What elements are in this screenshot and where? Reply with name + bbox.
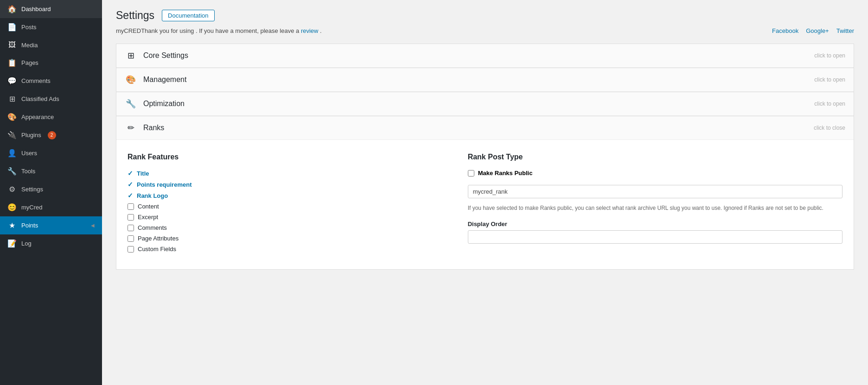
rank-feature-label-1: Points requirement (137, 181, 191, 188)
rank-feature-label-0: Title (137, 170, 149, 177)
sidebar-item-appearance[interactable]: 🎨 Appearance (0, 108, 102, 126)
posts-icon: 📄 (7, 23, 17, 32)
sidebar-item-plugins[interactable]: 🔌 Plugins 2 (0, 126, 102, 144)
sidebar-arrow: ◀ (91, 223, 95, 228)
accordion-section-optimization: 🔧 Optimization click to open (116, 92, 854, 116)
accordion-container: ⊞ Core Settings click to open 🎨 Manageme… (116, 44, 854, 270)
tagline-prefix: myCREDThank you for using . If you have … (116, 27, 299, 34)
check-mark-1: ✓ (128, 181, 133, 188)
twitter-link[interactable]: Twitter (836, 27, 854, 34)
sidebar-item-points[interactable]: ★ Points ◀ (0, 216, 102, 234)
rank-feature-item-2: ✓ Rank Logo (128, 192, 440, 199)
tagline: myCREDThank you for using . If you have … (116, 27, 854, 34)
accordion-status-core-settings: click to open (814, 52, 845, 59)
slug-input[interactable] (468, 185, 842, 198)
accordion-header-left-optimization: 🔧 Optimization (125, 99, 185, 109)
mycred-icon: 😊 (7, 203, 17, 212)
rank-feature-item-0: ✓ Title (128, 170, 440, 177)
rank-feature-checkbox-3[interactable] (128, 203, 134, 210)
sidebar-item-settings[interactable]: ⚙ Settings (0, 180, 102, 198)
settings-icon: ⚙ (7, 185, 17, 194)
rank-features-title: Rank Features (128, 153, 440, 161)
rank-feature-label-6: Page Attributes (138, 235, 179, 242)
display-order-label: Display Order (468, 221, 842, 227)
accordion-header-core-settings[interactable]: ⊞ Core Settings click to open (116, 44, 854, 68)
accordion-icon-ranks: ✏ (125, 123, 137, 133)
badge-plugins: 2 (48, 131, 56, 139)
rank-feature-label-5: Comments (138, 224, 167, 231)
points-icon: ★ (7, 221, 17, 230)
accordion-header-left-ranks: ✏ Ranks (125, 123, 164, 133)
pages-icon: 📋 (7, 58, 17, 67)
rank-features-column: Rank Features ✓ Title ✓ Points requireme… (128, 153, 440, 256)
rank-feature-item-1: ✓ Points requirement (128, 181, 440, 188)
accordion-header-optimization[interactable]: 🔧 Optimization click to open (116, 92, 854, 116)
dashboard-icon: 🏠 (7, 5, 17, 13)
classified-ads-icon: ⊞ (7, 95, 17, 103)
accordion-icon-core-settings: ⊞ (125, 50, 137, 61)
sidebar-item-media[interactable]: 🖼 Media (0, 36, 102, 54)
accordion-icon-optimization: 🔧 (125, 99, 137, 109)
rank-feature-item-5: Comments (128, 224, 440, 231)
accordion-icon-management: 🎨 (125, 75, 137, 85)
sidebar-item-comments[interactable]: 💬 Comments (0, 72, 102, 90)
slug-hint: If you have selected to make Ranks publi… (468, 204, 842, 212)
accordion-title-core-settings: Core Settings (143, 51, 188, 60)
page-title: Settings (116, 9, 154, 22)
google-plus-link[interactable]: Google+ (806, 27, 829, 34)
sidebar: 🏠 Dashboard 📄 Posts 🖼 Media 📋 Pages 💬 Co… (0, 0, 102, 385)
rank-feature-item-3: Content (128, 203, 440, 210)
rank-feature-checkbox-6[interactable] (128, 235, 134, 242)
sidebar-item-pages[interactable]: 📋 Pages (0, 54, 102, 72)
sidebar-label-mycred: myCred (21, 204, 43, 211)
accordion-section-core-settings: ⊞ Core Settings click to open (116, 44, 854, 68)
accordion-title-ranks: Ranks (143, 124, 164, 132)
facebook-link[interactable]: Facebook (772, 27, 798, 34)
documentation-button[interactable]: Documentation (162, 10, 214, 21)
accordion-title-management: Management (143, 76, 186, 84)
rank-feature-checkbox-4[interactable] (128, 214, 134, 221)
sidebar-label-tools: Tools (21, 168, 35, 175)
sidebar-label-media: Media (21, 42, 38, 49)
accordion-section-ranks: ✏ Ranks click to close Rank Features ✓ T… (116, 116, 854, 270)
accordion-status-optimization: click to open (814, 101, 845, 107)
sidebar-label-plugins: Plugins (21, 132, 41, 139)
sidebar-item-mycred[interactable]: 😊 myCred (0, 198, 102, 216)
sidebar-label-pages: Pages (21, 59, 38, 66)
accordion-title-optimization: Optimization (143, 100, 185, 108)
appearance-icon: 🎨 (7, 113, 17, 121)
rank-feature-item-7: Custom Fields (128, 246, 440, 252)
plugins-icon: 🔌 (7, 131, 17, 139)
rank-feature-label-3: Content (138, 203, 159, 210)
accordion-header-ranks[interactable]: ✏ Ranks click to close (116, 116, 854, 140)
check-mark-0: ✓ (128, 170, 133, 177)
sidebar-item-users[interactable]: 👤 Users (0, 144, 102, 162)
make-ranks-public-row: Make Ranks Public (468, 170, 842, 177)
users-icon: 👤 (7, 149, 17, 158)
rank-feature-checkbox-7[interactable] (128, 246, 134, 252)
display-order-input[interactable] (468, 230, 842, 244)
sidebar-label-points: Points (21, 222, 38, 229)
review-link[interactable]: review (301, 27, 319, 34)
accordion-header-left-management: 🎨 Management (125, 75, 186, 85)
main-content: Settings Documentation myCREDThank you f… (102, 0, 868, 385)
comments-icon: 💬 (7, 76, 17, 85)
rank-feature-item-4: Excerpt (128, 214, 440, 221)
sidebar-item-posts[interactable]: 📄 Posts (0, 18, 102, 36)
accordion-header-management[interactable]: 🎨 Management click to open (116, 68, 854, 92)
sidebar-item-dashboard[interactable]: 🏠 Dashboard (0, 0, 102, 18)
rank-feature-checkbox-5[interactable] (128, 225, 134, 231)
tagline-suffix: . (320, 27, 322, 34)
sidebar-footer-log[interactable]: 📝 Log (0, 234, 102, 252)
sidebar-label-comments: Comments (21, 77, 51, 84)
sidebar-item-tools[interactable]: 🔧 Tools (0, 162, 102, 180)
sidebar-label-appearance: Appearance (21, 114, 54, 120)
accordion-section-management: 🎨 Management click to open (116, 68, 854, 92)
make-ranks-public-checkbox[interactable] (468, 170, 474, 177)
sidebar-item-classified-ads[interactable]: ⊞ Classified Ads (0, 90, 102, 108)
sidebar-label-settings: Settings (21, 186, 43, 193)
accordion-header-left-core-settings: ⊞ Core Settings (125, 50, 188, 61)
rank-post-type-title: Rank Post Type (468, 153, 842, 161)
sidebar-label-posts: Posts (21, 24, 37, 31)
rank-post-type-column: Rank Post Type Make Ranks Public If you … (468, 153, 842, 256)
